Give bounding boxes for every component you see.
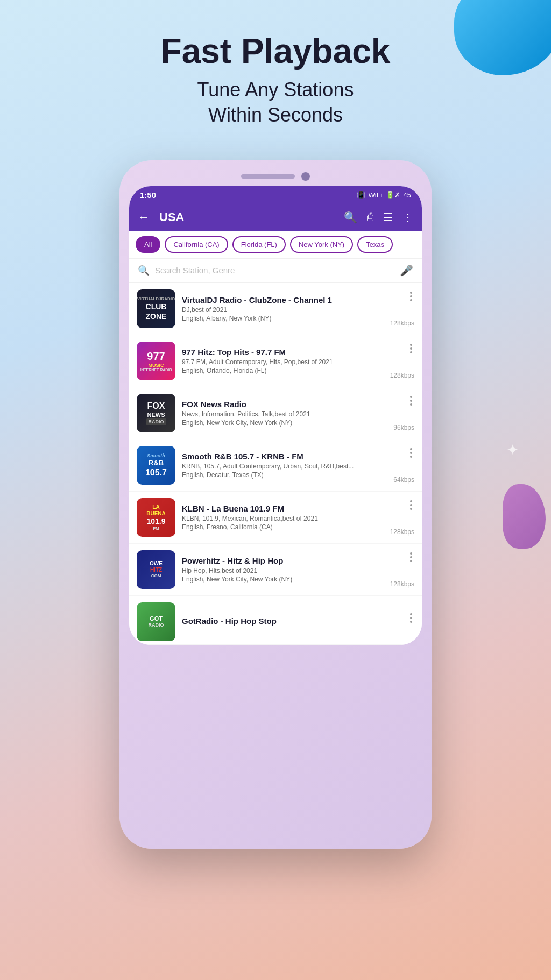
- phone-screen: 1:50 📳 WiFi 🔋✗ 45 ← USA 🔍 ⎙ ☰ ⋮: [129, 186, 422, 645]
- filter-chip-florida[interactable]: Florida (FL): [232, 236, 286, 253]
- sub-title: Tune Any StationsWithin Seconds: [22, 77, 529, 128]
- station-item[interactable]: OWE HITZ COM Powerhitz - Hitz & Hip Hop …: [129, 544, 422, 596]
- station-item[interactable]: LA BUENA 101.9 FM KLBN - La Buena 101.9 …: [129, 492, 422, 544]
- status-time: 1:50: [140, 190, 156, 200]
- phone-outer: 1:50 📳 WiFi 🔋✗ 45 ← USA 🔍 ⎙ ☰ ⋮: [119, 160, 432, 849]
- station-right: 96kbps: [393, 394, 414, 432]
- vibrate-icon: 📳: [357, 191, 365, 199]
- station-info: 977 Hitz: Top Hits - 97.7 FM 97.7 FM, Ad…: [182, 347, 384, 374]
- phone-notch: [129, 172, 422, 181]
- station-name: 977 Hitz: Top Hits - 97.7 FM: [182, 347, 384, 357]
- station-info: GotRadio - Hip Hop Stop: [182, 616, 401, 627]
- search-bar[interactable]: 🔍 Search Station, Genre 🎤: [129, 259, 422, 283]
- station-menu-button[interactable]: [408, 498, 414, 512]
- station-list: VIRTUALDJRADIO CLUB ZONE VirtualDJ Radio…: [129, 283, 422, 645]
- station-tags: KLBN, 101.9, Mexican, Romántica,best of …: [182, 515, 384, 522]
- station-logo-smooth: Smooth R&B 105.7: [137, 446, 175, 485]
- station-menu-button[interactable]: [408, 289, 414, 303]
- station-bitrate: 128kbps: [390, 528, 414, 536]
- station-item[interactable]: Smooth R&B 105.7 Smooth R&B 105.7 - KRNB…: [129, 439, 422, 492]
- station-menu-button[interactable]: [408, 611, 414, 625]
- station-name: FOX News Radio: [182, 400, 387, 409]
- station-bitrate: 96kbps: [393, 424, 414, 431]
- wifi-icon: WiFi: [369, 191, 383, 199]
- filter-chip-all[interactable]: All: [136, 236, 160, 253]
- station-location: English, Fresno, California (CA): [182, 523, 384, 531]
- station-tags: 97.7 FM, Adult Contemporary, Hits, Pop,b…: [182, 358, 384, 366]
- station-right: 64kbps: [393, 446, 414, 485]
- star-decoration: ✦: [506, 441, 519, 459]
- search-input[interactable]: Search Station, Genre: [155, 266, 394, 275]
- station-tags: Hip Hop, Hits,best of 2021: [182, 567, 384, 574]
- station-name: KLBN - La Buena 101.9 FM: [182, 504, 384, 513]
- filter-chip-california[interactable]: California (CA): [165, 236, 228, 253]
- station-tags: DJ,best of 2021: [182, 306, 384, 314]
- station-logo-clubzone: VIRTUALDJRADIO CLUB ZONE: [137, 289, 175, 328]
- station-logo-got: GOT RADIO: [137, 602, 175, 641]
- station-info: Powerhitz - Hitz & Hip Hop Hip Hop, Hits…: [182, 556, 384, 583]
- station-info: VirtualDJ Radio - ClubZone - Channel 1 D…: [182, 295, 384, 322]
- station-item[interactable]: GOT RADIO GotRadio - Hip Hop Stop: [129, 596, 422, 645]
- station-menu-button[interactable]: [408, 446, 414, 460]
- status-bar: 1:50 📳 WiFi 🔋✗ 45: [129, 186, 422, 204]
- station-location: English, Albany, New York (NY): [182, 315, 384, 322]
- station-name: Smooth R&B 105.7 - KRNB - FM: [182, 452, 387, 461]
- station-name: GotRadio - Hip Hop Stop: [182, 616, 401, 626]
- app-bar: ← USA 🔍 ⎙ ☰ ⋮: [129, 204, 422, 231]
- filter-bar: All California (CA) Florida (FL) New Yor…: [129, 231, 422, 259]
- station-info: FOX News Radio News, Information, Politi…: [182, 400, 387, 427]
- station-menu-button[interactable]: [408, 342, 414, 356]
- share-icon[interactable]: ⎙: [367, 211, 373, 223]
- phone-wrapper: 1:50 📳 WiFi 🔋✗ 45 ← USA 🔍 ⎙ ☰ ⋮: [0, 160, 551, 849]
- station-item[interactable]: FOX NEWS RADIO FOX News Radio News, Info…: [129, 387, 422, 439]
- battery-icon: 45: [404, 191, 411, 199]
- app-bar-icons: 🔍 ⎙ ☰ ⋮: [344, 211, 413, 224]
- station-bitrate: 128kbps: [390, 372, 414, 379]
- filter-chip-newyork[interactable]: New York (NY): [290, 236, 353, 253]
- station-logo-power: OWE HITZ COM: [137, 550, 175, 589]
- station-item[interactable]: VIRTUALDJRADIO CLUB ZONE VirtualDJ Radio…: [129, 283, 422, 335]
- station-location: English, Decatur, Texas (TX): [182, 471, 387, 479]
- main-title: Fast Playback: [22, 32, 529, 70]
- phone-pill: [241, 174, 295, 179]
- station-right: 128kbps: [390, 498, 414, 537]
- status-icons: 📳 WiFi 🔋✗ 45: [357, 191, 411, 199]
- search-bar-icon: 🔍: [138, 265, 150, 276]
- filter-chip-texas[interactable]: Texas: [357, 236, 393, 253]
- station-bitrate: 128kbps: [390, 319, 414, 327]
- station-bitrate: 64kbps: [393, 476, 414, 484]
- battery-x-icon: 🔋✗: [386, 191, 400, 199]
- station-bitrate: 128kbps: [390, 580, 414, 588]
- station-info: Smooth R&B 105.7 - KRNB - FM KRNB, 105.7…: [182, 452, 387, 479]
- station-name: VirtualDJ Radio - ClubZone - Channel 1: [182, 295, 384, 304]
- station-tags: KRNB, 105.7, Adult Contemporary, Urban, …: [182, 463, 387, 470]
- station-logo-klbn: LA BUENA 101.9 FM: [137, 498, 175, 537]
- station-name: Powerhitz - Hitz & Hip Hop: [182, 556, 384, 565]
- more-options-icon[interactable]: ⋮: [402, 211, 413, 224]
- station-info: KLBN - La Buena 101.9 FM KLBN, 101.9, Me…: [182, 504, 384, 531]
- station-menu-button[interactable]: [408, 550, 414, 564]
- station-tags: News, Information, Politics, Talk,best o…: [182, 410, 387, 418]
- station-right: 128kbps: [390, 550, 414, 589]
- station-location: English, New York City, New York (NY): [182, 576, 384, 583]
- station-location: English, New York City, New York (NY): [182, 419, 387, 427]
- station-item[interactable]: 977 MUSIC INTERNET RADIO 977 Hitz: Top H…: [129, 335, 422, 387]
- station-logo-977: 977 MUSIC INTERNET RADIO: [137, 342, 175, 380]
- station-location: English, Orlando, Florida (FL): [182, 367, 384, 374]
- station-right: 128kbps: [390, 289, 414, 328]
- station-right: [408, 611, 414, 633]
- station-right: 128kbps: [390, 342, 414, 380]
- station-logo-fox: FOX NEWS RADIO: [137, 394, 175, 432]
- station-menu-button[interactable]: [408, 394, 414, 408]
- phone-camera: [301, 172, 310, 181]
- mic-icon[interactable]: 🎤: [400, 264, 413, 277]
- filter-icon[interactable]: ☰: [383, 211, 393, 224]
- search-icon[interactable]: 🔍: [344, 211, 357, 224]
- back-button[interactable]: ←: [138, 210, 150, 224]
- app-bar-title: USA: [159, 210, 337, 224]
